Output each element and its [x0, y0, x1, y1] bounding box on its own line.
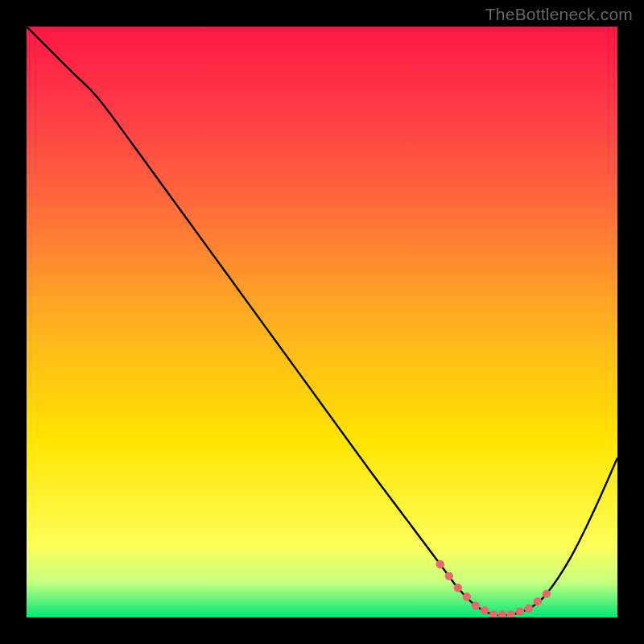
- marker-dot: [454, 584, 462, 592]
- marker-dot: [436, 560, 444, 568]
- marker-dot: [525, 605, 533, 613]
- marker-dot: [534, 597, 542, 605]
- marker-dot: [516, 607, 524, 615]
- watermark-text: TheBottleneck.com: [485, 5, 633, 24]
- marker-dot: [543, 589, 551, 597]
- chart-svg: [27, 27, 617, 617]
- marker-dot: [463, 592, 471, 601]
- marker-dot: [481, 606, 489, 614]
- marker-dot: [445, 572, 453, 580]
- marker-dot: [472, 601, 480, 609]
- chart-background: [27, 27, 617, 617]
- chart-container: [27, 27, 617, 617]
